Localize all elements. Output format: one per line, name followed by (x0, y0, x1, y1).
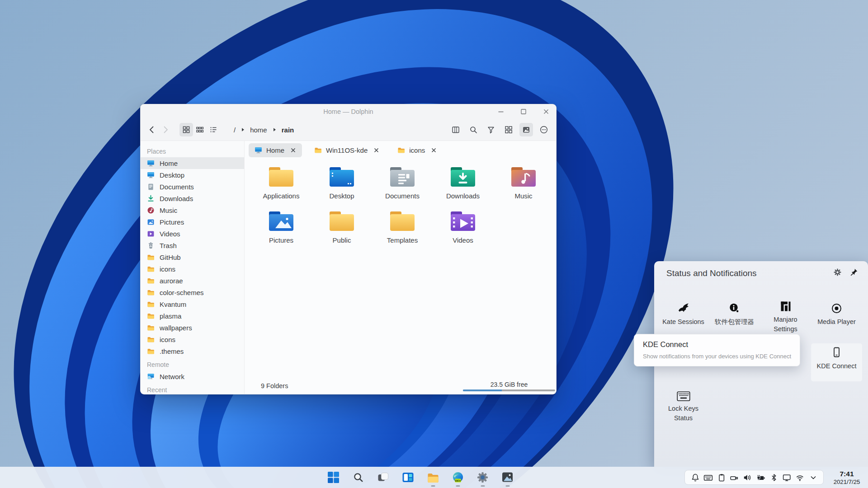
filter-button[interactable] (484, 123, 498, 136)
sidebar-item-label: Documents (160, 183, 194, 191)
search-icon (353, 472, 364, 483)
start-icon (327, 471, 340, 483)
usb-tray-icon[interactable] (728, 473, 741, 482)
breadcrumb-root[interactable]: / (232, 125, 237, 135)
taskbar-widgets-button[interactable] (396, 467, 420, 488)
panel-item-lock-keys-status[interactable]: Lock Keys Status (658, 381, 709, 436)
file-item-music[interactable]: Music (493, 161, 554, 205)
clipboard-tray-icon[interactable] (715, 473, 728, 482)
folder-yellow-icon (388, 206, 417, 235)
tab-home[interactable]: Home (249, 143, 302, 157)
file-label: Templates (387, 236, 418, 244)
tab-close-icon[interactable] (290, 147, 296, 153)
file-item-pictures[interactable]: Pictures (251, 205, 311, 249)
maximize-button[interactable] (519, 107, 528, 116)
wifi-tray-icon[interactable] (793, 473, 807, 482)
volume-tray-icon[interactable] (741, 473, 754, 482)
clock[interactable]: 7:41 2021/7/25 (827, 469, 866, 486)
taskbar-image-viewer-button[interactable] (495, 467, 520, 488)
sidebar-item-music[interactable]: Music (141, 204, 244, 216)
file-item-downloads[interactable]: Downloads (433, 161, 493, 205)
sidebar-item-aurorae[interactable]: aurorae (141, 275, 244, 286)
tab-bar: HomeWin11OS-kdeicons (245, 141, 556, 158)
window-titlebar[interactable]: Home — Dolphin (141, 104, 556, 119)
file-item-applications[interactable]: Applications (251, 161, 311, 205)
taskbar-settings-button[interactable] (470, 467, 495, 488)
more-options-button[interactable] (537, 123, 551, 136)
sidebar-item-videos[interactable]: Videos (141, 228, 244, 239)
sidebar-item-themes[interactable]: .themes (141, 345, 244, 357)
back-button[interactable] (145, 123, 159, 136)
taskbar-search-button[interactable] (346, 467, 371, 488)
sidebar-item-icons[interactable]: icons (141, 263, 244, 275)
chevron-down-tray-icon[interactable] (807, 473, 820, 482)
edge-dev-icon: DEV (452, 471, 464, 484)
battery-tray-icon[interactable] (754, 473, 767, 482)
preview-button[interactable] (519, 123, 533, 136)
taskbar-start-button[interactable] (321, 467, 346, 488)
taskbar-edge-dev-button[interactable]: DEV (445, 467, 470, 488)
widgets-icon (402, 471, 414, 483)
folder-icon (314, 146, 322, 154)
compact-view-button[interactable] (193, 123, 207, 136)
folder-icon (147, 336, 155, 343)
file-item-desktop[interactable]: Desktop (311, 161, 372, 205)
sidebar-item-documents[interactable]: Documents (141, 181, 244, 192)
close-icon (542, 107, 551, 116)
tab-close-icon[interactable] (431, 147, 437, 153)
sidebar-item-icons[interactable]: icons (141, 333, 244, 345)
sidebar-item-home[interactable]: Home (141, 157, 244, 169)
file-item-templates[interactable]: Templates (372, 205, 433, 249)
minimize-button[interactable] (496, 107, 505, 116)
forward-button[interactable] (159, 123, 172, 136)
window-title: Home — Dolphin (141, 104, 556, 119)
icon-size-button[interactable] (502, 123, 515, 136)
tooltip-text: Show notifications from your devices usi… (643, 353, 791, 360)
video-icon (147, 230, 155, 238)
folder-icon (147, 347, 155, 355)
split-view-button[interactable] (449, 123, 462, 136)
bell-tray-icon[interactable] (689, 473, 702, 482)
configure-gear-icon[interactable] (833, 268, 842, 277)
sidebar-item-color-schemes[interactable]: color-schemes (141, 286, 244, 298)
sidebar-item-desktop[interactable]: Desktop (141, 169, 244, 181)
file-item-documents[interactable]: Documents (372, 161, 433, 205)
panel-item-kde-connect[interactable]: KDE Connect (811, 343, 862, 381)
sidebar-item-wallpapers[interactable]: wallpapers (141, 322, 244, 333)
breadcrumb-current[interactable]: rain (280, 125, 296, 135)
free-space-label: 23.5 GiB free (463, 381, 555, 388)
display-tray-icon[interactable] (780, 473, 793, 482)
keep-open-pin-icon[interactable] (849, 268, 858, 277)
panel-item-label: Kate Sessions (662, 317, 705, 327)
sidebar-item-network[interactable]: Network (141, 371, 244, 382)
taskbar-file-manager-button[interactable] (420, 467, 445, 488)
close-button[interactable] (542, 107, 551, 116)
sidebar-item-plasma[interactable]: plasma (141, 310, 244, 322)
input-keyboard-tray-icon[interactable] (702, 473, 715, 482)
file-label: Public (333, 236, 351, 244)
sidebar-item-github[interactable]: GitHub (141, 251, 244, 263)
file-item-public[interactable]: Public (311, 205, 372, 249)
search-button[interactable] (467, 123, 480, 136)
details-view-button[interactable] (207, 123, 220, 136)
sidebar-item-downloads[interactable]: Downloads (141, 192, 244, 204)
trash-icon (147, 242, 155, 249)
folder-view[interactable]: ApplicationsDesktopDocumentsDownloadsMus… (245, 158, 556, 380)
sidebar-item-trash[interactable]: Trash (141, 239, 244, 251)
places-section-remote: Remote (141, 359, 244, 371)
panel-item-label: KDE Connect (815, 361, 859, 371)
icons-view-button[interactable] (179, 123, 193, 136)
bluetooth-tray-icon[interactable] (767, 473, 780, 482)
file-item-videos[interactable]: Videos (433, 205, 493, 249)
sidebar-item-kvantum[interactable]: Kvantum (141, 298, 244, 310)
breadcrumb-home[interactable]: home (248, 125, 269, 135)
sidebar-item-pictures[interactable]: Pictures (141, 216, 244, 228)
tab-win11os-kde[interactable]: Win11OS-kde (308, 143, 385, 157)
tab-close-icon[interactable] (373, 147, 379, 153)
tab-icons[interactable]: icons (392, 143, 443, 157)
details-view-icon (209, 125, 218, 134)
window-body: PlacesHomeDesktopDocumentsDownloadsMusic… (141, 141, 556, 394)
panel-item-media-player[interactable]: Media Player (811, 295, 862, 343)
taskbar-task-view-button[interactable] (371, 467, 396, 488)
tooltip-title: KDE Connect (643, 340, 791, 349)
